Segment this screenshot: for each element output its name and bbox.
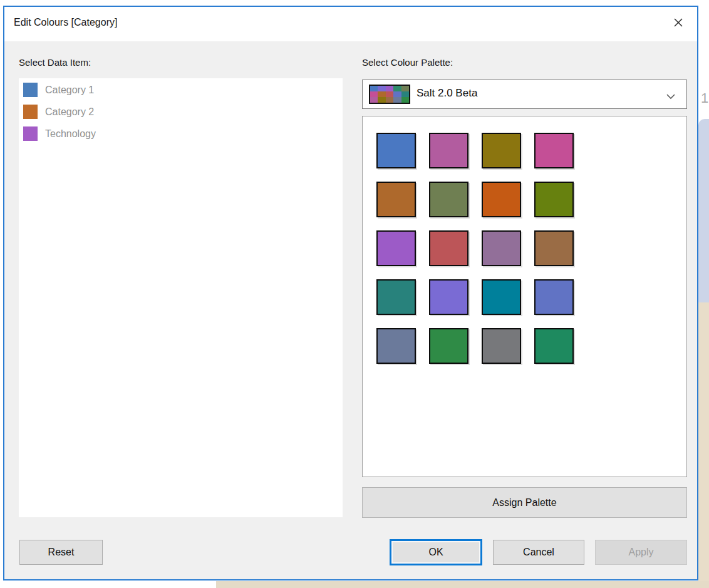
cancel-button[interactable]: Cancel: [493, 540, 584, 565]
close-button[interactable]: [667, 13, 690, 34]
palette-swatch[interactable]: [376, 133, 416, 168]
palette-swatch[interactable]: [534, 133, 574, 168]
background-artifact-text: 1: [701, 90, 708, 106]
palette-swatch[interactable]: [534, 279, 574, 315]
data-item-label: Category 2: [45, 106, 94, 118]
background-beige-region: [216, 581, 709, 588]
thumbnail-color-cell: [393, 91, 401, 97]
select-colour-palette-label: Select Colour Palette:: [362, 57, 453, 68]
data-item-row[interactable]: Category 2: [19, 101, 343, 122]
thumbnail-color-cell: [386, 86, 393, 91]
dialog-title: Edit Colours [Category]: [14, 17, 117, 28]
palette-swatch[interactable]: [534, 182, 574, 217]
thumbnail-color-cell: [370, 91, 378, 97]
data-item-list: Category 1Category 2Technology: [19, 78, 343, 517]
palette-swatch[interactable]: [376, 182, 416, 217]
data-item-row[interactable]: Technology: [19, 123, 343, 144]
ok-button[interactable]: OK: [390, 539, 482, 565]
background-blue-region: [698, 119, 709, 302]
background-beige-region: [698, 302, 709, 588]
palette-swatch-panel: [362, 116, 687, 477]
palette-swatch[interactable]: [482, 230, 521, 266]
thumbnail-color-cell: [401, 91, 409, 97]
chevron-down-icon: [666, 91, 675, 102]
background-right-strip: [698, 0, 709, 588]
palette-swatch[interactable]: [482, 133, 521, 168]
palette-swatch[interactable]: [429, 133, 468, 168]
thumbnail-color-cell: [386, 91, 393, 97]
reset-button[interactable]: Reset: [19, 540, 103, 565]
palette-swatch[interactable]: [376, 230, 416, 266]
thumbnail-color-cell: [370, 97, 378, 103]
thumbnail-color-cell: [370, 86, 378, 91]
palette-swatch[interactable]: [482, 328, 521, 364]
screen: 1 Edit Colours [Category] Select Data It…: [0, 0, 709, 588]
background-bottom-strip: [0, 581, 709, 588]
palette-swatch[interactable]: [482, 182, 521, 217]
thumbnail-color-cell: [378, 97, 385, 103]
thumbnail-color-cell: [401, 86, 409, 91]
palette-dropdown-value: Salt 2.0 Beta: [417, 87, 477, 100]
palette-swatch[interactable]: [376, 279, 416, 315]
thumbnail-color-cell: [401, 97, 409, 103]
palette-swatch[interactable]: [429, 279, 468, 315]
apply-button-disabled[interactable]: Apply: [595, 540, 687, 565]
palette-swatch[interactable]: [376, 328, 416, 364]
palette-swatch[interactable]: [534, 328, 574, 364]
thumbnail-color-cell: [393, 97, 401, 103]
palette-swatch[interactable]: [534, 230, 574, 266]
select-data-item-label: Select Data Item:: [19, 57, 91, 68]
data-item-row[interactable]: Category 1: [19, 80, 343, 100]
close-icon: [673, 18, 683, 30]
edit-colours-dialog: Edit Colours [Category] Select Data Item…: [3, 6, 698, 580]
data-item-color-chip: [23, 126, 38, 141]
palette-swatch[interactable]: [429, 182, 468, 217]
thumbnail-color-cell: [386, 97, 393, 103]
data-item-label: Category 1: [45, 85, 94, 96]
palette-swatch[interactable]: [429, 328, 468, 364]
dialog-titlebar: Edit Colours [Category]: [4, 7, 697, 41]
thumbnail-color-cell: [378, 86, 385, 91]
data-item-color-chip: [23, 105, 38, 119]
palette-swatch[interactable]: [482, 279, 521, 315]
data-item-label: Technology: [45, 128, 96, 140]
data-item-color-chip: [23, 83, 38, 97]
palette-swatch[interactable]: [429, 230, 468, 266]
assign-palette-button[interactable]: Assign Palette: [362, 487, 687, 518]
palette-thumbnail-icon: [369, 85, 410, 104]
thumbnail-color-cell: [378, 91, 385, 97]
thumbnail-color-cell: [393, 86, 401, 91]
palette-dropdown[interactable]: Salt 2.0 Beta: [362, 80, 687, 109]
